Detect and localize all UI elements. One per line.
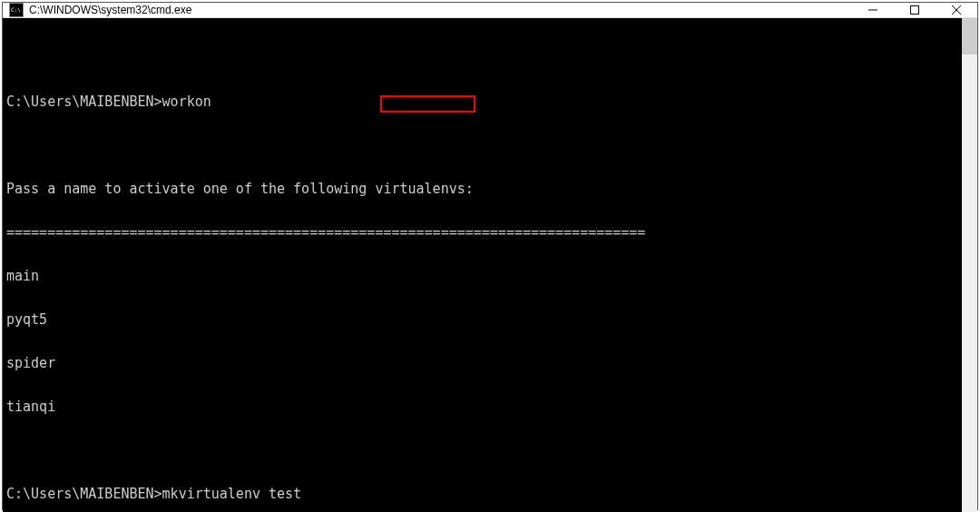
env-item: pyqt5 [6,312,962,327]
env-item: main [6,269,962,283]
scrollbar-thumb[interactable] [962,18,977,54]
env-item: tianqi [6,399,962,414]
env-item: spider [6,356,962,370]
window-title: C:\WINDOWS\system32\cmd.exe [29,4,852,16]
cmd-icon [9,3,24,17]
vertical-scrollbar[interactable] [962,18,977,512]
minimize-icon [868,5,877,15]
svg-rect-1 [911,6,919,15]
terminal-container: C:\Users\MAIBENBEN>workon Pass a name to… [3,18,977,512]
maximize-button[interactable] [894,3,936,17]
titlebar[interactable]: C:\WINDOWS\system32\cmd.exe [3,3,977,18]
cmd-window: C:\WINDOWS\system32\cmd.exe C:\Users\MAI… [2,2,978,510]
close-icon [952,5,961,15]
close-button[interactable] [936,3,977,17]
terminal-output[interactable]: C:\Users\MAIBENBEN>workon Pass a name to… [3,18,962,512]
output-line: Pass a name to activate one of the follo… [6,182,962,196]
maximize-icon [910,5,919,15]
separator-line: ========================================… [6,225,962,240]
cmd-line: C:\Users\MAIBENBEN>workon [6,94,962,109]
highlighted-word: virtualenvs [375,182,465,196]
minimize-button[interactable] [852,3,894,17]
cmd-line: C:\Users\MAIBENBEN>mkvirtualenv test [6,487,962,501]
window-controls [852,3,977,17]
